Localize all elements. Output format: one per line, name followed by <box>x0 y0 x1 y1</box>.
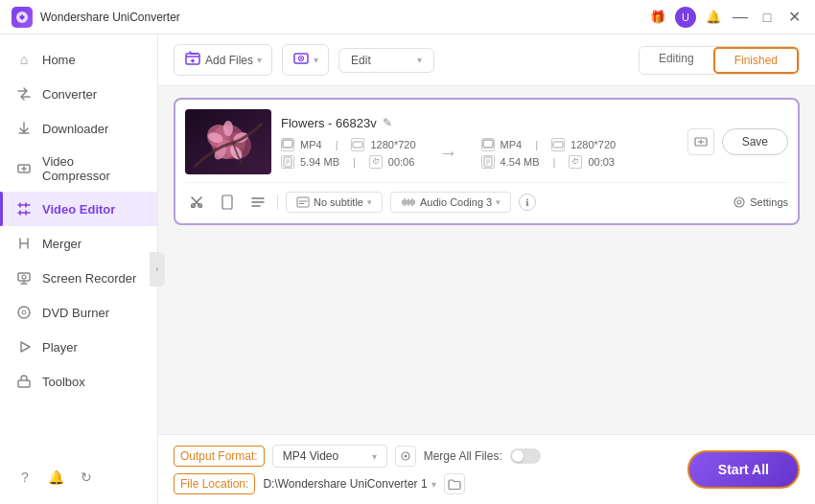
format-arrow: ▾ <box>372 451 377 462</box>
svg-point-5 <box>22 310 26 314</box>
source-resolution: 1280*720 <box>370 139 415 150</box>
output-resolution: 1280*720 <box>570 139 616 150</box>
svg-point-4 <box>18 307 30 318</box>
svg-point-16 <box>223 121 233 136</box>
tool-separator <box>277 195 278 210</box>
output-dur-icon: ⏱ <box>569 155 582 169</box>
sidebar-label-merger: Merger <box>42 237 82 251</box>
file-actions: Save <box>687 128 788 155</box>
toggle-knob <box>512 450 524 462</box>
converter-icon <box>15 85 33 103</box>
sidebar-footer: ? 🔔 ↻ <box>0 458 157 496</box>
source-size: 5.94 MB <box>300 156 339 168</box>
audio-select[interactable]: Audio Coding 3 ▾ <box>390 192 511 213</box>
sidebar-item-converter[interactable]: Converter <box>0 77 157 111</box>
settings-button[interactable]: Settings <box>733 195 788 209</box>
bookmark-tool-icon[interactable] <box>216 191 239 214</box>
file-output: MP4 | 1280*720 <box>481 138 617 169</box>
output-size-icon <box>481 155 495 169</box>
sidebar-label-converter: Converter <box>42 87 97 102</box>
info-icon[interactable]: ℹ <box>519 194 536 211</box>
output-format-row: MP4 | 1280*720 <box>481 138 617 151</box>
merge-toggle[interactable] <box>510 448 541 464</box>
location-value: D:\Wondershare UniConverter 1 ▾ <box>263 477 435 491</box>
add-files-button[interactable]: Add Files ▾ <box>174 44 272 76</box>
sidebar-label-home: Home <box>42 53 76 67</box>
refresh-icon[interactable]: ↻ <box>77 468 96 487</box>
convert-settings-icon[interactable] <box>687 128 714 155</box>
sidebar-item-video-editor[interactable]: Video Editor <box>0 192 157 226</box>
source-size-row: 5.94 MB | ⏱ 00:06 <box>281 155 416 169</box>
format-value: MP4 Video <box>283 449 338 463</box>
file-info: Flowers - 66823v ✎ <box>281 116 678 169</box>
video-editor-icon <box>15 200 33 218</box>
sidebar-label-dvd-burner: DVD Burner <box>42 306 109 320</box>
edit-label: Edit <box>351 54 371 67</box>
tab-finished[interactable]: Finished <box>713 47 799 74</box>
sidebar-item-dvd-burner[interactable]: DVD Burner <box>0 295 157 330</box>
edit-dropdown[interactable]: Edit ▾ <box>338 48 434 73</box>
svg-rect-6 <box>18 380 30 387</box>
screen-recorder-icon <box>15 269 33 286</box>
bottom-bar: Output Format: MP4 Video ▾ Merge All Fil… <box>158 434 815 504</box>
source-format-row: MP4 | 1280*720 <box>281 138 416 151</box>
sidebar: ⌂ Home Converter Downloader <box>0 34 158 504</box>
format-select[interactable]: MP4 Video ▾ <box>272 445 387 468</box>
file-name: Flowers - 66823v <box>281 116 377 130</box>
start-all-button[interactable]: Start All <box>687 450 800 489</box>
sidebar-item-merger[interactable]: Merger <box>0 226 157 261</box>
source-format-icon <box>281 138 294 151</box>
sidebar-label-toolbox: Toolbox <box>42 375 85 389</box>
file-location-label: File Location: <box>174 473 255 494</box>
sidebar-item-screen-recorder[interactable]: Screen Recorder <box>0 261 157 295</box>
settings-label: Settings <box>750 196 788 208</box>
home-icon: ⌂ <box>15 51 33 68</box>
sidebar-item-player[interactable]: Player <box>0 330 157 364</box>
toolbox-icon <box>15 373 33 390</box>
edit-arrow: ▾ <box>417 55 422 65</box>
main-layout: ⌂ Home Converter Downloader <box>0 34 815 504</box>
output-size: 4.54 MB <box>501 156 540 168</box>
file-edit-icon[interactable]: ✎ <box>383 116 392 129</box>
close-icon[interactable]: ✕ <box>784 8 803 27</box>
output-format: MP4 <box>501 139 523 150</box>
video-compressor-icon <box>15 160 33 177</box>
gift-icon[interactable]: 🎁 <box>648 8 667 27</box>
alert-icon[interactable]: 🔔 <box>46 468 65 487</box>
user-avatar[interactable]: U <box>675 7 696 28</box>
help-icon[interactable]: ? <box>15 468 35 487</box>
app-title: Wondershare UniConverter <box>40 11 648 24</box>
svg-rect-2 <box>18 273 30 281</box>
svg-rect-21 <box>283 140 292 148</box>
source-dur-icon: ⏱ <box>369 155 383 169</box>
subtitle-select[interactable]: No subtitle ▾ <box>286 192 383 213</box>
list-tool-icon[interactable] <box>246 191 269 214</box>
source-format: MP4 <box>300 139 322 150</box>
location-arrow: ▾ <box>431 479 436 490</box>
source-duration: 00:06 <box>388 156 415 168</box>
sidebar-collapse-btn[interactable]: ‹ <box>150 252 165 286</box>
output-res-icon <box>551 138 565 151</box>
save-button[interactable]: Save <box>722 128 788 155</box>
app-logo <box>12 7 33 28</box>
file-card-top: Flowers - 66823v ✎ <box>185 109 788 174</box>
format-settings-icon[interactable] <box>395 446 416 467</box>
tab-editing[interactable]: Editing <box>640 47 713 74</box>
notification-icon[interactable]: 🔔 <box>704 8 723 27</box>
folder-icon[interactable] <box>444 473 465 494</box>
dvd-burner-icon <box>15 304 33 321</box>
maximize-icon[interactable]: □ <box>757 8 777 27</box>
sidebar-label-player: Player <box>42 340 78 355</box>
add-files-icon <box>184 50 201 70</box>
tab-group: Editing Finished <box>639 46 800 75</box>
sidebar-item-video-compressor[interactable]: Video Compressor <box>0 146 157 192</box>
cut-tool-icon[interactable] <box>185 191 208 214</box>
sidebar-item-toolbox[interactable]: Toolbox <box>0 364 157 399</box>
svg-point-3 <box>22 275 26 279</box>
screen-record-button[interactable]: ▾ <box>282 44 329 76</box>
output-size-row: 4.54 MB | ⏱ 00:03 <box>481 155 617 169</box>
sidebar-item-downloader[interactable]: Downloader <box>0 111 157 146</box>
minimize-icon[interactable]: — <box>731 8 750 27</box>
file-card: Flowers - 66823v ✎ <box>174 98 800 225</box>
sidebar-item-home[interactable]: ⌂ Home <box>0 42 157 77</box>
